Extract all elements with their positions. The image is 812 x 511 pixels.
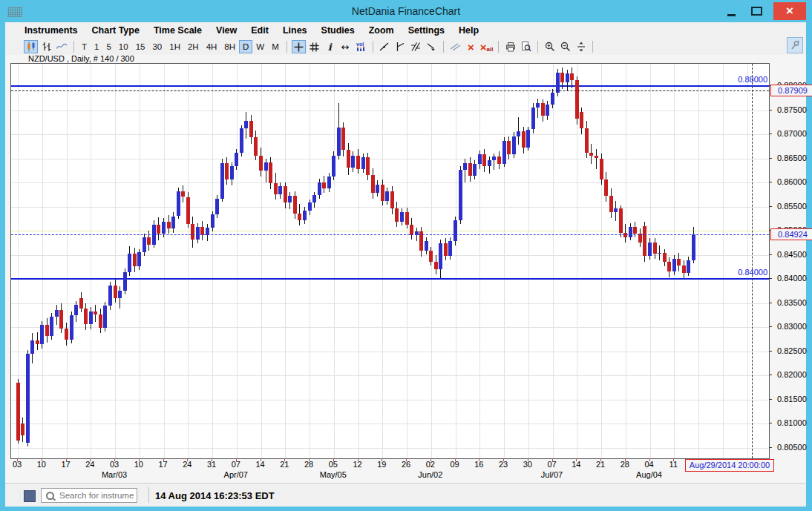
pin-button[interactable] (787, 37, 803, 53)
timeframe-1[interactable]: 1 (91, 40, 102, 53)
x-axis-label: 03 (105, 460, 124, 469)
crosshair-time-label: Aug/29/2014 20:00:00 (685, 459, 774, 472)
bar-chart-button[interactable] (39, 40, 53, 53)
x-axis-label: 11 (664, 460, 683, 469)
menu-time-scale[interactable]: Time Scale (154, 25, 202, 36)
candle-body (167, 222, 171, 228)
candle-body (351, 156, 355, 168)
ray-button[interactable] (425, 40, 439, 53)
candle-body (123, 272, 127, 291)
timeframe-2h[interactable]: 2H (184, 40, 203, 53)
fit-vertical-button[interactable] (574, 40, 588, 53)
candle-body (196, 227, 200, 240)
candle-body (600, 159, 603, 180)
x-axis-label: 19 (372, 460, 391, 469)
candle-body (604, 179, 608, 196)
candle-body (94, 311, 97, 314)
candle-body (580, 112, 583, 128)
v-gridline (67, 64, 68, 458)
bar-chart-icon (41, 41, 53, 53)
close-button[interactable]: × (773, 2, 806, 20)
vertical-trendline-button[interactable] (393, 40, 407, 53)
v-gridline (407, 64, 407, 458)
timeframe-w[interactable]: W (252, 40, 268, 53)
candle-body (118, 291, 122, 298)
candle-body (536, 103, 540, 107)
candle-body (157, 225, 160, 234)
x-axis-label: 30 (518, 460, 537, 469)
grid-button[interactable] (307, 40, 321, 53)
h-gridline (11, 159, 769, 159)
timeframe-1h[interactable]: 1H (166, 40, 184, 53)
minimize-button[interactable] (720, 2, 742, 20)
y-axis-tick (769, 375, 772, 375)
timeframe-8h[interactable]: 8H (220, 40, 239, 53)
grid-icon (309, 42, 320, 53)
crosshair-button[interactable] (292, 40, 306, 53)
delete-all-button[interactable]: ×all (479, 40, 494, 53)
timeframe-d[interactable]: D (239, 40, 252, 53)
line-chart-icon (56, 41, 68, 53)
y-axis-tick (769, 399, 772, 400)
candle-body (347, 150, 350, 168)
channel-button[interactable] (409, 40, 423, 53)
horizontal-scale-button[interactable]: ↔ (338, 40, 353, 53)
menu-view[interactable]: View (216, 25, 237, 36)
timeframe-m[interactable]: M (268, 40, 283, 53)
zoom-in-button[interactable] (543, 40, 557, 53)
v-gridline (285, 64, 286, 458)
candle-body (356, 156, 360, 169)
timeframe-10[interactable]: 10 (115, 40, 132, 53)
timeframe-30[interactable]: 30 (148, 40, 166, 53)
candle-body (211, 214, 215, 228)
zoom-out-button[interactable] (558, 40, 572, 53)
x-axis-label: 24 (80, 460, 99, 469)
trendline-button[interactable] (378, 40, 392, 53)
candle-body (492, 156, 496, 160)
volume-button[interactable]: vol (354, 40, 368, 53)
upper-level-label: 0.88000 (708, 75, 767, 84)
candle-body (658, 253, 661, 254)
candle-body (459, 170, 462, 220)
parallel-lines-button[interactable] (448, 40, 462, 53)
v-gridline (358, 64, 359, 458)
maximize-button[interactable] (745, 2, 767, 20)
search-box[interactable] (41, 488, 137, 503)
y-axis-tick (769, 447, 772, 448)
candlestick-chart-button[interactable] (24, 40, 38, 53)
info-button[interactable]: i (323, 40, 337, 53)
timeframe-4h[interactable]: 4H (203, 40, 221, 53)
line-chart-button[interactable] (55, 40, 69, 53)
menu-chart-type[interactable]: Chart Type (92, 25, 140, 36)
v-gridline (479, 64, 480, 458)
menu-instruments[interactable]: Instruments (24, 25, 78, 36)
menu-help[interactable]: Help (459, 25, 479, 36)
delete-button[interactable]: × (464, 40, 478, 53)
x-axis-label: 28 (299, 460, 318, 469)
candle-body (395, 208, 399, 222)
timeframe-t[interactable]: T (78, 40, 91, 53)
print-preview-button[interactable] (519, 40, 533, 53)
upper-level-line[interactable] (11, 85, 769, 87)
print-button[interactable] (503, 40, 517, 53)
candle-body (303, 211, 307, 220)
search-input[interactable] (58, 490, 135, 501)
candle-body (269, 162, 272, 184)
menu-settings[interactable]: Settings (408, 25, 445, 36)
menu-lines[interactable]: Lines (283, 25, 307, 36)
candle-body (341, 128, 345, 150)
candle-body (526, 130, 530, 148)
y-axis-tick (769, 423, 772, 423)
menu-edit[interactable]: Edit (251, 25, 269, 36)
x-axis-label: 12 (348, 460, 367, 469)
chart-plot-area[interactable] (10, 63, 770, 459)
candle-body (235, 153, 238, 166)
menu-studies[interactable]: Studies (321, 25, 355, 36)
x-axis-label: 02 (421, 460, 440, 469)
menu-zoom[interactable]: Zoom (369, 25, 394, 36)
timeframe-5[interactable]: 5 (102, 40, 114, 53)
candle-body (448, 241, 452, 256)
toolbar-separator (73, 41, 74, 53)
timeframe-15[interactable]: 15 (132, 40, 149, 53)
y-axis-label: 0.83500 (777, 298, 807, 307)
